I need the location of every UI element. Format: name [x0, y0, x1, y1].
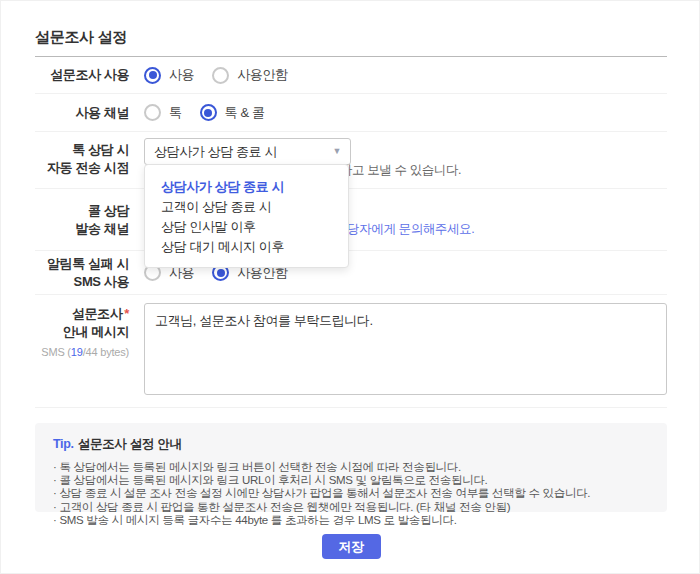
survey-use-option-on[interactable]: 사용	[144, 66, 194, 84]
send-time-select-value: 상담사가 상담 종료 시	[154, 144, 277, 159]
tip-box: Tip.설문조사 설정 안내 · 톡 상담에서는 등록된 메시지와 링크 버튼이…	[35, 423, 667, 512]
send-time-select[interactable]: 상담사가 상담 종료 시 ▼	[144, 138, 351, 165]
radio-label: 사용	[169, 66, 194, 84]
survey-message-label: 설문조사* 안내 메시지 SMS (19/44 bytes)	[35, 295, 129, 361]
row-talk-send-time: 톡 상담 시 자동 전송 시점 상담사가 상담 종료 시 ▼	[35, 132, 667, 189]
radio-selected-icon[interactable]	[144, 67, 161, 84]
send-time-hint-fragment: 하고 보낼 수 있습니다.	[340, 162, 461, 179]
channel-option-talk[interactable]: 톡	[144, 104, 182, 122]
radio-label: 사용안함	[237, 66, 287, 84]
dropdown-option[interactable]: 고객이 상담 종료 시	[145, 197, 348, 217]
sms-fallback-label: 알림톡 실패 시 SMS 사용	[35, 255, 129, 291]
save-area: 저장	[35, 534, 667, 559]
page-header: 설문조사 설정	[35, 1, 667, 57]
channel-option-talk-call[interactable]: 톡 & 콜	[200, 104, 265, 122]
call-channel-label: 콜 상담 발송 채널	[35, 202, 129, 238]
survey-settings-page: 설문조사 설정 설문조사 사용 사용 사용안함 사용 채널	[0, 0, 700, 574]
row-survey-message: 설문조사* 안내 메시지 SMS (19/44 bytes) 고객님, 설문조사…	[35, 295, 667, 408]
survey-use-option-off[interactable]: 사용안함	[212, 66, 287, 84]
survey-use-radio-group: 사용 사용안함	[144, 66, 667, 84]
tip-label: Tip.	[53, 437, 74, 451]
tip-item: · 상담 종료 시 설문 조사 전송 설정 시에만 상담사가 팝업을 통해서 설…	[53, 487, 649, 500]
channel-label: 사용 채널	[35, 104, 129, 122]
page-title: 설문조사 설정	[35, 28, 667, 47]
dropdown-option[interactable]: 상담사가 상담 종료 시	[145, 177, 348, 197]
byte-current: 19	[71, 346, 83, 358]
radio-label: 톡 & 콜	[225, 104, 265, 122]
row-sms-fallback: 알림톡 실패 시 SMS 사용 사용 사용안함	[35, 251, 667, 295]
chevron-down-icon: ▼	[332, 147, 341, 156]
talk-send-time-label: 톡 상담 시 자동 전송 시점	[35, 132, 129, 177]
tip-item: · 톡 상담에서는 등록된 메시지와 링크 버튼이 선택한 전송 시점에 따라 …	[53, 461, 649, 474]
tip-item: · SMS 발송 시 메시지 등록 글자수는 44byte 를 초과하는 경우 …	[53, 514, 649, 527]
row-call-channel: 콜 상담 발송 채널	[35, 189, 667, 251]
tip-item: · 고객이 상담 종료 시 팝업을 통한 설문조사 전송은 웹챗에만 적용됩니다…	[53, 501, 649, 514]
tip-heading: Tip.설문조사 설정 안내	[53, 436, 649, 453]
radio-selected-icon[interactable]	[200, 104, 217, 121]
required-mark: *	[124, 306, 129, 321]
channel-radio-group: 톡 톡 & 콜	[144, 104, 667, 122]
radio-label: 톡	[169, 104, 182, 122]
contact-manager-link[interactable]: 담당자에게 문의해주세요.	[335, 221, 474, 238]
row-survey-use: 설문조사 사용 사용 사용안함	[35, 57, 667, 94]
save-button[interactable]: 저장	[322, 534, 381, 559]
survey-message-input[interactable]: 고객님, 설문조사 참여를 부탁드립니다.	[144, 303, 667, 395]
tip-title: 설문조사 설정 안내	[78, 437, 182, 451]
survey-use-label: 설문조사 사용	[35, 66, 129, 84]
radio-unselected-icon[interactable]	[212, 67, 229, 84]
dropdown-option[interactable]: 상담 인사말 이후	[145, 217, 348, 237]
tip-item: · 콜 상담에서는 등록된 메시지와 링크 URL이 후처리 시 SMS 및 알…	[53, 474, 649, 487]
radio-unselected-icon[interactable]	[144, 104, 161, 121]
send-time-dropdown-menu: 상담사가 상담 종료 시 고객이 상담 종료 시 상담 인사말 이후 상담 대기…	[144, 164, 349, 268]
byte-counter: SMS (19/44 bytes)	[35, 343, 129, 361]
row-channel: 사용 채널 톡 톡 & 콜	[35, 94, 667, 132]
dropdown-option[interactable]: 상담 대기 메시지 이후	[145, 237, 348, 257]
